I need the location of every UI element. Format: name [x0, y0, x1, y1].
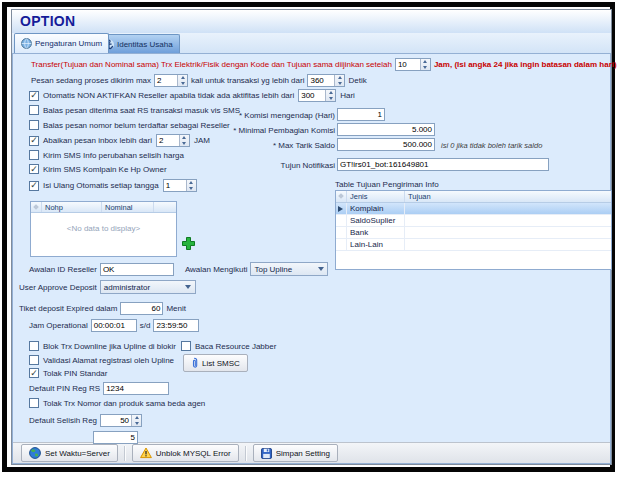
simpan-setting-label: Simpan Setting [276, 449, 330, 458]
spin-down-icon[interactable] [421, 65, 430, 71]
table-header: Jenis Tujuan [336, 191, 611, 203]
spinner-arrows[interactable] [177, 75, 187, 86]
isi-ulang-value: 1 [164, 180, 186, 191]
pesan-seconds-value: 360 [308, 75, 334, 86]
pesan-seconds-spinner[interactable]: 360 [307, 74, 345, 87]
col-tujuan[interactable]: Tujuan [405, 191, 611, 202]
non-aktifkan-unit-label: Hari [340, 91, 355, 100]
spin-down-icon[interactable] [132, 421, 141, 427]
simpan-setting-button[interactable]: Simpan Setting [253, 444, 338, 462]
jam-operational-label: Jam Operational [29, 321, 88, 330]
spin-down-icon[interactable] [187, 186, 196, 192]
col-jenis[interactable]: Jenis [347, 191, 405, 202]
window-header: OPTION [12, 10, 611, 33]
spinner-arrows[interactable] [325, 90, 335, 101]
table-row[interactable]: Lain-Lain [336, 239, 611, 251]
spinner-arrows[interactable] [334, 75, 344, 86]
isi-ulang-spinner[interactable]: 1 [163, 179, 197, 192]
checkbox-tolak-pin[interactable]: ✓ [29, 368, 39, 378]
checkbox-baca-jabber[interactable] [181, 341, 191, 351]
non-aktifkan-row: ✓ Otomatis NON AKTIFKAN Reseller apabila… [29, 89, 355, 102]
checkbox-isi-ulang[interactable]: ✓ [29, 181, 39, 191]
default-pin-row: Default PIN Reg RS 1234 [29, 382, 169, 395]
spinner-arrows[interactable] [131, 415, 141, 426]
globe-icon [21, 38, 32, 49]
non-aktifkan-days-spinner[interactable]: 300 [298, 89, 336, 102]
list-smsc-button[interactable]: List SMSC [183, 354, 248, 372]
tab-label: Identitas Usaha [117, 40, 173, 49]
tiket-deposit-input[interactable]: 60 [120, 302, 163, 315]
minimal-komisi-input[interactable]: 5.000 [337, 123, 435, 136]
default-pin-input[interactable]: 1234 [103, 382, 169, 395]
minimal-komisi-value: 5.000 [412, 125, 432, 134]
unblok-mysql-button[interactable]: Unblok MYSQL Error [132, 444, 239, 462]
awalan-id-input[interactable]: OK [100, 263, 174, 276]
tab-pengaturan-umum[interactable]: Pengaturan Umum [14, 33, 109, 53]
default-pin-label: Default PIN Reg RS [29, 384, 100, 393]
spin-down-icon[interactable] [326, 96, 335, 102]
awalan-mengikuti-select[interactable]: Top Upline [250, 262, 328, 276]
checkbox-balas-diterima[interactable] [29, 105, 39, 115]
transfer-rule-row: Transfer(Tujuan dan Nominal sama) Trx El… [31, 58, 617, 71]
row-indicator [336, 227, 347, 238]
pesan-proses-row: Pesan sedang proses dikirim max 2 kali u… [31, 74, 367, 87]
max-tarik-note: isi 0 jika tidak boleh tarik saldo [441, 141, 542, 150]
checkbox-non-aktifkan[interactable]: ✓ [29, 91, 39, 101]
spin-down-icon[interactable] [335, 81, 344, 87]
col-nohp[interactable]: Nohp [42, 202, 102, 212]
default-selisih-spinner[interactable]: 50 [100, 414, 142, 427]
table-row[interactable]: SaldoSuplier [336, 215, 611, 227]
default-selisih-value: 50 [101, 415, 131, 426]
add-row-button[interactable] [181, 236, 196, 251]
jam-to-input[interactable]: 23:59:50 [153, 319, 199, 332]
validasi-label: Validasi Alamat registrasi oleh Upline [43, 356, 174, 365]
max-tarik-input[interactable]: 500.000 [337, 138, 435, 151]
awalan-mengikuti-value: Top Upline [251, 265, 314, 274]
row-indicator [336, 215, 347, 226]
clipped-row-input[interactable]: 5 [93, 431, 138, 444]
tujuan-pengiriman-table[interactable]: Jenis Tujuan Komplain SaldoSuplier Bank … [335, 190, 612, 270]
transfer-rule-text: Transfer(Tujuan dan Nominal sama) Trx El… [31, 60, 392, 69]
tiket-deposit-label: Tiket deposit Expired dalam [19, 304, 117, 313]
set-waktu-button[interactable]: Set Waktu=Server [21, 444, 118, 462]
jam-from-value: 00:00:01 [94, 321, 125, 330]
tolak-pin-label: Tolak PIN Standar [43, 369, 107, 378]
toolbar-separator [124, 446, 126, 461]
checkbox-tolak-trx[interactable] [29, 398, 39, 408]
clipped-label-row: Max No ID Trx Info [29, 435, 99, 442]
checkbox-kirim-komplain[interactable]: ✓ [29, 164, 39, 174]
tujun-notifikasi-label: Tujun Notifikasi [183, 161, 335, 170]
user-approve-select[interactable]: administrator [100, 280, 196, 294]
tujun-notifikasi-input[interactable]: GT!irs01_bot:161649801 [337, 158, 549, 171]
komisi-input[interactable]: 1 [337, 108, 385, 121]
table-info-title: Table Tujuan Pengiriman Info [335, 180, 439, 189]
grid-header: Nohp Nominal [31, 202, 176, 213]
tolak-pin-row: ✓ Tolak PIN Standar [29, 368, 107, 378]
checkbox-balas-nomor[interactable] [29, 120, 39, 130]
col-nominal[interactable]: Nominal [102, 202, 154, 212]
tab-identitas-usaha[interactable]: Identitas Usaha [97, 34, 180, 53]
awalan-mengikuti-label: Awalan Mengikuti [185, 265, 248, 274]
spinner-arrows[interactable] [186, 180, 196, 191]
nohp-nominal-grid[interactable]: Nohp Nominal <No data to display> [30, 201, 177, 257]
check-icon: ✓ [30, 181, 38, 189]
checkbox-blok-trx[interactable] [29, 341, 39, 351]
table-row[interactable]: Komplain [336, 203, 611, 215]
chevron-down-icon[interactable] [314, 263, 327, 275]
jam-operational-row: Jam Operational 00:00:01 s/d 23:59:50 [29, 319, 199, 332]
kirim-komplain-label: Kirim SMS Komlpain Ke Hp Owner [43, 165, 167, 174]
spinner-arrows[interactable] [420, 59, 430, 70]
checkbox-validasi[interactable] [29, 355, 39, 365]
transfer-hours-spinner[interactable]: 10 [395, 58, 431, 71]
tiket-deposit-value: 60 [152, 304, 161, 313]
checkbox-kirim-info[interactable] [29, 150, 39, 160]
table-row[interactable]: Bank [336, 227, 611, 239]
jam-from-input[interactable]: 00:00:01 [91, 319, 137, 332]
option-window: OPTION Pengaturan Umum Identitas Usaha T… [11, 9, 612, 465]
bottom-toolbar: Set Waktu=Server Unblok MYSQL Error Simp… [13, 442, 610, 463]
checkbox-abaikan-inbox[interactable]: ✓ [29, 136, 39, 146]
warning-icon [140, 447, 152, 459]
spin-down-icon[interactable] [178, 81, 187, 87]
chevron-down-icon[interactable] [182, 281, 195, 293]
pesan-max-spinner[interactable]: 2 [154, 74, 188, 87]
